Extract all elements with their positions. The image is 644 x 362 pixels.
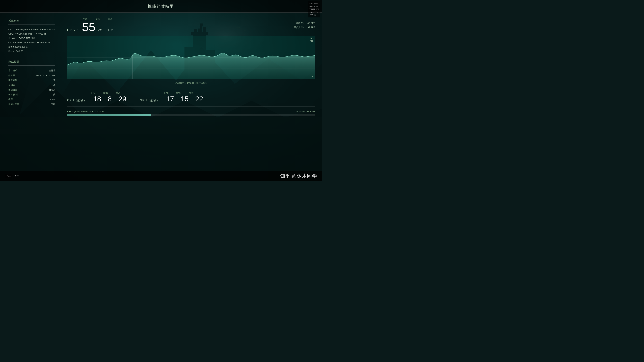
gpu-max-value: 22	[195, 95, 203, 103]
settings-table: 窗口模式 全屏幕 分辨率 3840 x 2160 (x1.00) 垂直同步 关 …	[8, 68, 55, 107]
fps-max-value: 125	[107, 28, 113, 32]
gpu-avg-value: 17	[166, 95, 174, 103]
cpu-timing-group: 平均 最低 最高 CPU（毫秒）： 18 8 29	[67, 91, 126, 103]
vram-header: VRAM (NVIDIA GeForce RTX 4060 Ti) 5437 M…	[67, 110, 315, 113]
fps-percentile: 最低 1%： 43 FPS 最低 0.1%： 37 FPS	[294, 21, 315, 30]
settings-label-7: 自适应质量	[8, 102, 19, 107]
cpu-header-min: 最低	[103, 91, 108, 94]
vram-bar-fill	[67, 114, 151, 116]
fps-label: FPS：	[67, 28, 79, 32]
settings-row-2: 垂直同步 关	[8, 78, 55, 83]
game-settings-title: 游戏设置	[8, 60, 55, 64]
settings-label-5: FPS 限制	[8, 92, 18, 97]
gpu-header-max: 最高	[189, 91, 193, 94]
settings-label-0: 窗口模式	[8, 68, 17, 73]
settings-row-7: 自适应质量 关闭	[8, 102, 55, 107]
system-info-divider	[8, 24, 55, 25]
fps-section: 平均 最低 最高 FPS： 55 35 125 最低 1%： 43 FP	[67, 16, 315, 33]
hud-overlay: CPU 29% GPU 98% VRAM 13% RAM 35% FPS 58	[308, 1, 320, 18]
chart-fps-max: 125	[310, 40, 314, 42]
settings-value-2: 关	[53, 78, 55, 83]
timing-separator	[67, 88, 315, 88]
watermark: 知乎 @休木同学	[280, 173, 317, 179]
vram-section: VRAM (NVIDIA GeForce RTX 4060 Ti) 5437 M…	[67, 108, 315, 118]
settings-value-6: 100%	[50, 97, 55, 102]
hud-ram: RAM 35%	[310, 11, 319, 14]
gpu-header-min: 最低	[176, 91, 180, 94]
settings-label-4: 画面质量	[8, 88, 17, 92]
settings-row-3: 反锯齿 高	[8, 83, 55, 88]
settings-value-7: 关闭	[51, 102, 55, 107]
game-settings-section: 游戏设置 窗口模式 全屏幕 分辨率 3840 x 2160 (x1.00) 垂直…	[8, 60, 55, 107]
chart-fps-label: FPS	[310, 37, 314, 40]
system-info-title: 系统信息	[8, 19, 55, 22]
settings-row-5: FPS 限制 关	[8, 92, 55, 97]
settings-label-2: 垂直同步	[8, 78, 17, 83]
system-cpu: CPU：AMD Ryzen 5 5600 6-Core Processor	[8, 27, 55, 32]
system-os: OS: Windows 10 Business Edition 64-bit (…	[8, 40, 55, 49]
right-panel: 平均 最低 最高 FPS： 55 35 125 最低 1%： 43 FP	[64, 12, 322, 181]
fps-average-value: 55	[82, 21, 96, 33]
cpu-avg-value: 18	[93, 95, 101, 103]
settings-label-3: 反锯齿	[8, 83, 15, 88]
fps-p1-value: 43 FPS	[308, 22, 315, 24]
hud-vram: VRAM 13%	[310, 8, 319, 11]
fps-header-max: 最高	[106, 18, 115, 21]
fps-chart: FPS 125 35	[67, 36, 315, 79]
top-bar: 性能评估结果	[0, 0, 322, 12]
gpu-timing-group: 平均 最低 最高 GPU（毫秒）： 17 15 22	[140, 91, 203, 103]
timing-group-divider	[133, 92, 133, 102]
settings-value-1: 3840 x 2160 (x1.00)	[36, 73, 55, 78]
fps-minmax: 35 125	[98, 28, 113, 32]
gpu-header-avg: 平均	[163, 91, 168, 94]
hud-fps: FPS 58	[310, 14, 319, 17]
settings-row-0: 窗口模式 全屏幕	[8, 68, 55, 73]
system-info-section: 系统信息 CPU：AMD Ryzen 5 5600 6-Core Process…	[8, 19, 55, 54]
gpu-min-value: 15	[181, 95, 189, 103]
settings-row-1: 分辨率 3840 x 2160 (x1.00)	[8, 73, 55, 78]
system-gpu: GPU: NVIDIA GeForce RTX 4060 Ti	[8, 32, 55, 36]
cpu-header-avg: 平均	[90, 91, 95, 94]
vram-bar-container	[67, 114, 315, 116]
bottom-bar: Esc 关闭 知乎 @休木同学	[0, 171, 322, 181]
render-info: 已渲染帧数：4638 帧，耗时 85 秒。	[67, 81, 315, 86]
system-monitor: 显示器：LECOO N2721U	[8, 36, 55, 40]
cpu-max-value: 29	[118, 95, 126, 103]
page-title: 性能评估结果	[148, 4, 174, 9]
fps-p01-value: 37 FPS	[308, 26, 315, 29]
settings-value-3: 高	[53, 83, 55, 88]
fps-p01-label: 最低 0.1%：	[294, 26, 307, 29]
gpu-timing-label: GPU（毫秒）：	[140, 98, 163, 102]
fps-main: FPS： 55 35 125	[67, 21, 115, 33]
timing-section: 平均 最低 最高 CPU（毫秒）： 18 8 29	[67, 90, 315, 104]
hud-cpu: CPU 29%	[310, 2, 319, 5]
settings-value-5: 关	[53, 92, 55, 97]
settings-row-6: 视野 100%	[8, 97, 55, 102]
vram-label: VRAM (NVIDIA GeForce RTX 4060 Ti)	[67, 110, 104, 113]
left-panel: 系统信息 CPU：AMD Ryzen 5 5600 6-Core Process…	[0, 12, 64, 181]
system-driver: Driver: 560.70	[8, 49, 55, 54]
fps-min-value: 35	[98, 28, 102, 32]
vram-separator	[67, 106, 315, 106]
chart-fps-min: 35	[311, 76, 314, 78]
fps-p1-label: 最低 1%：	[296, 22, 307, 24]
settings-label-1: 分辨率	[8, 73, 15, 78]
close-label: 关闭	[14, 174, 19, 178]
esc-button[interactable]: Esc	[5, 174, 12, 178]
settings-value-4: 自定义	[49, 88, 55, 92]
chart-svg	[67, 36, 315, 79]
settings-row-4: 画面质量 自定义	[8, 88, 55, 92]
cpu-timing-label: CPU（毫秒）：	[67, 98, 90, 102]
main-content: 系统信息 CPU：AMD Ryzen 5 5600 6-Core Process…	[0, 12, 322, 181]
vram-usage-display: 5437 MB/16109 MB	[296, 110, 315, 113]
cpu-header-max: 最高	[116, 91, 120, 94]
settings-value-0: 全屏幕	[49, 68, 55, 73]
cpu-min-value: 8	[108, 95, 112, 103]
hud-gpu: GPU 98%	[310, 5, 319, 8]
settings-label-6: 视野	[8, 97, 13, 102]
